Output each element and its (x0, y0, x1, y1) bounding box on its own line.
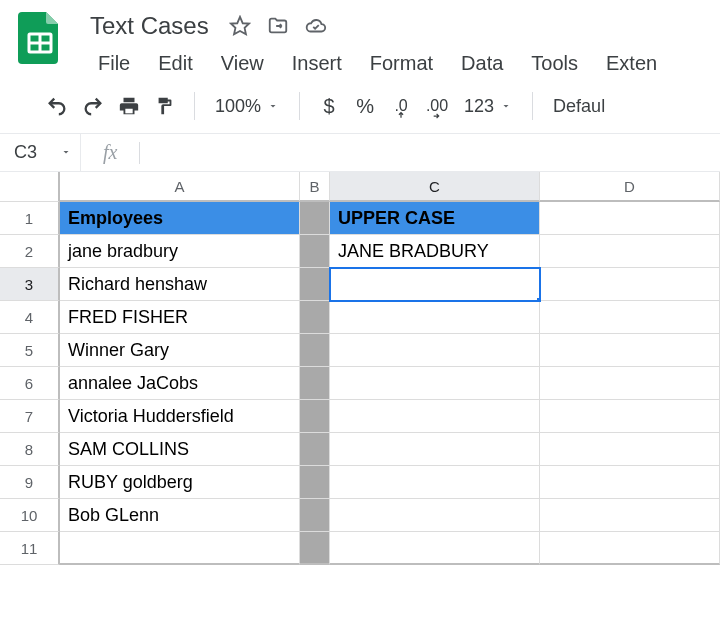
cell-B1[interactable] (300, 202, 330, 235)
menu-tools[interactable]: Tools (519, 48, 590, 79)
print-button[interactable] (112, 89, 146, 123)
cell-B10[interactable] (300, 499, 330, 532)
cell-B7[interactable] (300, 400, 330, 433)
star-icon[interactable] (229, 15, 251, 37)
cell-B6[interactable] (300, 367, 330, 400)
name-box-value: C3 (14, 142, 37, 163)
formula-bar: C3 fx (0, 134, 720, 172)
row-header-11[interactable]: 11 (0, 532, 60, 565)
cell-C9[interactable] (330, 466, 540, 499)
cell-C8[interactable] (330, 433, 540, 466)
cell-A5[interactable]: Winner Gary (60, 334, 300, 367)
cell-B8[interactable] (300, 433, 330, 466)
zoom-dropdown[interactable]: 100% (207, 96, 287, 117)
increase-decimal-button[interactable]: .00 (420, 89, 454, 123)
col-header-B[interactable]: B (300, 172, 330, 202)
row-header-7[interactable]: 7 (0, 400, 60, 433)
row-header-5[interactable]: 5 (0, 334, 60, 367)
chevron-down-icon[interactable] (60, 142, 72, 163)
sheets-logo (12, 8, 68, 64)
cell-D5[interactable] (540, 334, 720, 367)
cell-A3[interactable]: Richard henshaw (60, 268, 300, 301)
cell-B2[interactable] (300, 235, 330, 268)
cell-A11[interactable] (60, 532, 300, 565)
row-header-10[interactable]: 10 (0, 499, 60, 532)
separator (194, 92, 195, 120)
svg-marker-3 (231, 17, 249, 34)
cell-A2[interactable]: jane bradbury (60, 235, 300, 268)
cell-C1[interactable]: UPPER CASE (330, 202, 540, 235)
col-header-A[interactable]: A (60, 172, 300, 202)
cell-A1[interactable]: Employees (60, 202, 300, 235)
cell-D3[interactable] (540, 268, 720, 301)
cell-B5[interactable] (300, 334, 330, 367)
decrease-decimal-button[interactable]: .0 (384, 89, 418, 123)
row-header-9[interactable]: 9 (0, 466, 60, 499)
row-header-3[interactable]: 3 (0, 268, 60, 301)
cell-C10[interactable] (330, 499, 540, 532)
cloud-saved-icon[interactable] (305, 15, 327, 37)
cell-C4[interactable] (330, 301, 540, 334)
row-header-1[interactable]: 1 (0, 202, 60, 235)
font-dropdown[interactable]: Defaul (545, 96, 613, 117)
menu-data[interactable]: Data (449, 48, 515, 79)
cell-C7[interactable] (330, 400, 540, 433)
chevron-down-icon (500, 100, 512, 112)
row-header-8[interactable]: 8 (0, 433, 60, 466)
number-format-value: 123 (464, 96, 494, 117)
cell-D9[interactable] (540, 466, 720, 499)
cell-D4[interactable] (540, 301, 720, 334)
document-title[interactable]: Text Cases (86, 10, 213, 42)
separator (299, 92, 300, 120)
cell-D11[interactable] (540, 532, 720, 565)
cell-D2[interactable] (540, 235, 720, 268)
cell-C11[interactable] (330, 532, 540, 565)
cell-D7[interactable] (540, 400, 720, 433)
menu-format[interactable]: Format (358, 48, 445, 79)
move-folder-icon[interactable] (267, 15, 289, 37)
menu-view[interactable]: View (209, 48, 276, 79)
format-currency-button[interactable]: $ (312, 89, 346, 123)
cell-A7[interactable]: Victoria Huddersfield (60, 400, 300, 433)
fx-label: fx (80, 134, 139, 171)
cell-B11[interactable] (300, 532, 330, 565)
cell-D6[interactable] (540, 367, 720, 400)
paint-format-button[interactable] (148, 89, 182, 123)
menu-insert[interactable]: Insert (280, 48, 354, 79)
col-header-D[interactable]: D (540, 172, 720, 202)
row-header-4[interactable]: 4 (0, 301, 60, 334)
format-percent-button[interactable]: % (348, 89, 382, 123)
cell-C2[interactable]: JANE BRADBURY (330, 235, 540, 268)
cell-C5[interactable] (330, 334, 540, 367)
menu-edit[interactable]: Edit (146, 48, 204, 79)
undo-button[interactable] (40, 89, 74, 123)
cell-D10[interactable] (540, 499, 720, 532)
zoom-value: 100% (215, 96, 261, 117)
cell-A10[interactable]: Bob GLenn (60, 499, 300, 532)
row-header-2[interactable]: 2 (0, 235, 60, 268)
cell-C3[interactable] (330, 268, 540, 301)
cell-D1[interactable] (540, 202, 720, 235)
name-box[interactable]: C3 (0, 142, 80, 163)
menu-exten[interactable]: Exten (594, 48, 669, 79)
selection-handle[interactable] (536, 297, 540, 301)
cell-B9[interactable] (300, 466, 330, 499)
cell-D8[interactable] (540, 433, 720, 466)
cell-C6[interactable] (330, 367, 540, 400)
menu-bar: File Edit View Insert Format Data Tools … (86, 48, 720, 79)
toolbar: 100% $ % .0 .00 123 Defaul (0, 79, 720, 134)
menu-file[interactable]: File (86, 48, 142, 79)
cell-A8[interactable]: SAM COLLINS (60, 433, 300, 466)
formula-input[interactable] (140, 134, 720, 171)
cell-B4[interactable] (300, 301, 330, 334)
col-header-C[interactable]: C (330, 172, 540, 202)
select-all-corner[interactable] (0, 172, 60, 202)
cell-A6[interactable]: annalee JaCobs (60, 367, 300, 400)
svg-rect-4 (125, 109, 132, 114)
redo-button[interactable] (76, 89, 110, 123)
cell-A4[interactable]: FRED FISHER (60, 301, 300, 334)
cell-A9[interactable]: RUBY goldberg (60, 466, 300, 499)
cell-B3[interactable] (300, 268, 330, 301)
number-format-dropdown[interactable]: 123 (456, 96, 520, 117)
row-header-6[interactable]: 6 (0, 367, 60, 400)
